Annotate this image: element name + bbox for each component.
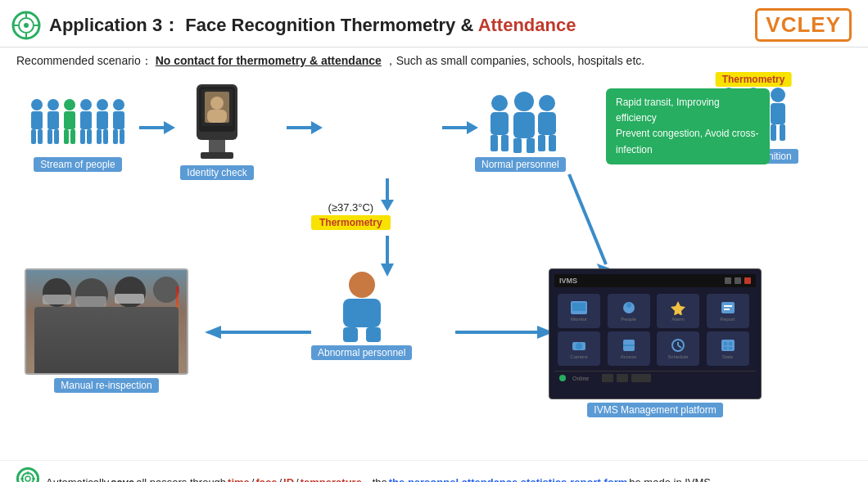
svg-rect-53: [771, 124, 776, 141]
svg-point-23: [97, 99, 108, 110]
svg-line-97: [678, 345, 681, 348]
arrow-1: [139, 119, 175, 139]
ivms-title-text: IVMS: [559, 277, 577, 285]
abnormal-label: Abnormal personnel: [311, 345, 412, 360]
svg-rect-12: [47, 111, 59, 129]
svg-rect-90: [724, 309, 730, 310]
svg-point-2: [24, 23, 29, 28]
svg-rect-34: [201, 152, 233, 159]
bottom-prefix: Automatically: [46, 473, 109, 482]
company-logo: VCLEY: [755, 8, 852, 42]
flow-arrow-3-icon: [442, 119, 478, 136]
svg-point-65: [539, 95, 555, 111]
photo-label: Manual re-inspection: [54, 378, 158, 393]
svg-rect-78: [343, 299, 381, 327]
scenario-label: Recommended scenario：: [16, 54, 152, 67]
page-title: Application 3： Face Recognition Thermome…: [49, 13, 576, 38]
svg-point-19: [80, 99, 92, 110]
svg-rect-18: [70, 129, 75, 144]
svg-rect-26: [103, 129, 108, 144]
svg-rect-30: [120, 129, 124, 144]
svg-marker-76: [205, 326, 221, 339]
diagonal-arrow-icon: [565, 170, 614, 277]
svg-rect-102: [729, 347, 732, 349]
svg-rect-9: [31, 129, 36, 144]
flow-arrow-2-icon: [287, 119, 323, 136]
svg-point-27: [113, 99, 124, 110]
svg-point-77: [349, 272, 375, 298]
svg-point-104: [25, 476, 30, 481]
abnormal-person-icon: [325, 268, 399, 342]
bottom-report: report form: [570, 476, 627, 482]
bottom-text-section: Automatically save all passers through t…: [0, 460, 868, 482]
bottom-temperature: temperature: [301, 473, 362, 482]
svg-point-61: [514, 92, 534, 111]
svg-marker-32: [164, 121, 175, 134]
svg-line-73: [569, 174, 606, 264]
svg-rect-60: [501, 135, 509, 151]
ivms-box: IVMS Monitor People: [549, 268, 762, 399]
svg-rect-25: [97, 129, 102, 144]
arrow-to-ivms: [455, 324, 554, 344]
normal-item: Normal personnel: [475, 88, 566, 172]
svg-point-7: [31, 99, 43, 110]
svg-rect-80: [366, 327, 381, 342]
bottom-save: save: [111, 476, 134, 482]
svg-rect-100: [729, 342, 732, 345]
identity-item: Identity check: [180, 80, 254, 180]
bottom-slash1: /: [251, 473, 255, 482]
svg-rect-10: [38, 129, 43, 144]
svg-rect-88: [721, 302, 735, 313]
left-arrow-icon: [205, 324, 311, 340]
svg-rect-22: [87, 129, 92, 144]
flow-arrow-icon: [139, 119, 175, 136]
app-title-attendance: Attendance: [478, 15, 576, 35]
bottom-id: ID: [283, 473, 294, 482]
bottom-time: time: [228, 473, 250, 482]
arrow-to-photo: [205, 324, 311, 344]
svg-marker-87: [671, 301, 685, 315]
ivms-platform-label: IVMS Management platform: [587, 403, 722, 417]
scenario-underlined: No contact for thermometry & attendance: [156, 54, 382, 67]
photo-image: [25, 268, 188, 375]
svg-rect-14: [54, 129, 59, 144]
svg-rect-89: [724, 305, 732, 307]
thermo-label2: Thermometry: [311, 215, 391, 230]
svg-point-15: [64, 99, 75, 110]
stream-item: Stream of people: [25, 88, 131, 172]
svg-rect-16: [64, 111, 75, 129]
svg-point-39: [210, 97, 224, 110]
diagonal-arrow: [565, 170, 614, 280]
svg-rect-101: [724, 347, 727, 349]
scenario-row: Recommended scenario： No contact for the…: [0, 47, 868, 72]
svg-point-57: [491, 95, 508, 111]
stream-label: Stream of people: [34, 157, 121, 172]
scenario-rest: ，Such as small companies, schools, hospi…: [385, 54, 644, 67]
svg-point-51: [771, 88, 785, 102]
svg-rect-21: [80, 129, 85, 144]
svg-rect-28: [113, 111, 124, 129]
svg-rect-68: [549, 135, 556, 151]
svg-point-92: [576, 343, 582, 349]
svg-rect-24: [97, 111, 108, 129]
svg-rect-63: [513, 138, 522, 153]
normal-label: Normal personnel: [475, 157, 566, 172]
green-line1: Rapid transit, Improving efficiency: [616, 95, 760, 126]
svg-rect-59: [491, 135, 498, 151]
ivms-section: IVMS Monitor People: [549, 268, 762, 417]
app-title-prefix: Application 3：: [49, 15, 180, 35]
bottom-stats: the personnel attendance statistics: [389, 476, 567, 482]
photo-scene: [26, 270, 187, 373]
normal-people-icon: [479, 88, 561, 154]
stream-people-icon: [25, 88, 131, 154]
facerecog-item: Thermometry Face Recognition: [319, 80, 868, 164]
temp-section: (≥37.3°C) Thermometry: [311, 201, 391, 230]
thermometry-badge: Thermometry: [716, 72, 792, 87]
scan-icon: [16, 467, 39, 482]
svg-rect-13: [47, 129, 52, 144]
svg-rect-62: [513, 112, 535, 138]
svg-rect-20: [80, 111, 92, 129]
svg-rect-64: [527, 138, 535, 153]
svg-rect-67: [538, 135, 545, 151]
svg-rect-84: [572, 303, 585, 311]
